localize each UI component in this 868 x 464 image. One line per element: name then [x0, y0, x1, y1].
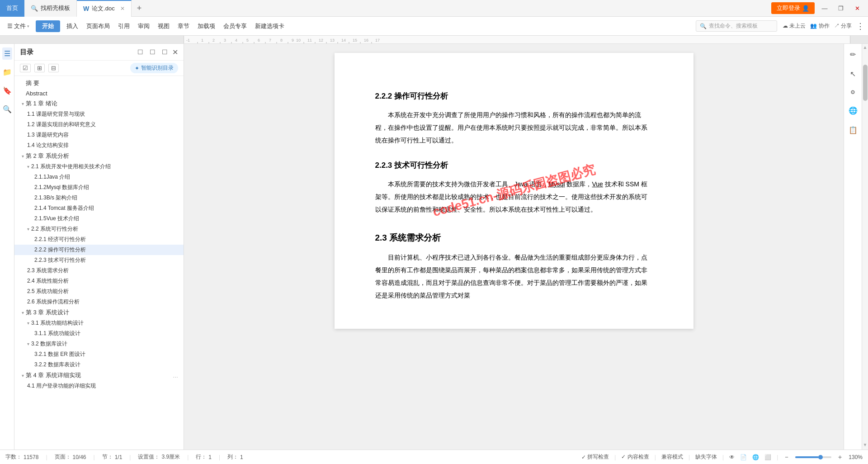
toolbar-search[interactable]: 🔍 查找命令、搜索模板	[696, 20, 777, 32]
toc-item[interactable]: ▾第 4 章 系统详细实现...	[14, 370, 184, 381]
menu-file-arrow: ▾	[27, 24, 29, 28]
toc-item[interactable]: ▾3.1 系统功能结构设计	[14, 318, 184, 328]
missing-font-label[interactable]: 缺失字体	[695, 453, 717, 461]
restore-button[interactable]: ❐	[835, 2, 847, 14]
spell-check-btn[interactable]: ✓ 拼写检查	[581, 453, 609, 461]
view-mode-icon2[interactable]: 📄	[740, 454, 747, 460]
toc-item[interactable]: ▾第 1 章 绪论	[14, 98, 184, 109]
view-mode-icon1[interactable]: 👁	[729, 454, 735, 460]
tab-template[interactable]: 🔍 找稻壳模板	[24, 0, 77, 17]
sidebar-icon-minus[interactable]: ☐	[148, 47, 157, 57]
toc-sidebar: 目录 ☐ ☐ ☐ ✕ ☑ ⊞ ⊟ ✦ 智能识别目录 ▾摘 要▾Abstract▾…	[14, 44, 184, 450]
bookmark-icon[interactable]: 🔖	[1, 85, 14, 97]
menu-chapter[interactable]: 章节	[174, 21, 193, 32]
toc-item[interactable]: 4.1 用户登录功能的详细实现	[14, 381, 184, 391]
view-mode-icon4[interactable]: ⬜	[764, 454, 771, 460]
menu-file[interactable]: ☰ 文件 ▾	[4, 21, 33, 32]
sidebar-title: 目录	[20, 48, 33, 57]
tab-doc[interactable]: W 论文.doc ✕	[77, 0, 132, 17]
svg-text:15: 15	[353, 38, 357, 43]
status-bar: 字数： 11578 | 页面： 10/46 | 节： 1/1 | 设置值： 3.…	[0, 450, 868, 464]
content-check-btn[interactable]: ✓ 内容检查	[621, 453, 649, 461]
right-panel-globe-icon[interactable]: 🌐	[847, 104, 859, 117]
toc-list: ▾摘 要▾Abstract▾第 1 章 绪论1.1 课题研究背景与现状1.2 课…	[14, 76, 184, 450]
toc-item[interactable]: 1.3 课题研究内容	[14, 130, 184, 140]
text-vue: Vue	[592, 180, 603, 188]
right-panel-doc-icon[interactable]: 📋	[847, 124, 859, 136]
zoom-slider[interactable]	[795, 456, 831, 458]
toc-item-label: 2.2 系统可行性分析	[31, 225, 78, 233]
toc-item[interactable]: 2.1.1Java 介绍	[14, 172, 184, 182]
sidebar-icon-plus[interactable]: ☐	[136, 47, 145, 57]
scrollbar-down-btn[interactable]: ▼	[863, 442, 868, 449]
sidebar-expand-btn[interactable]: ⊞	[34, 64, 45, 72]
main-layout: ☰ 📁 🔖 🔍 目录 ☐ ☐ ☐ ✕ ☑ ⊞ ⊟ ✦ 智能识别目录	[0, 44, 868, 450]
toc-item[interactable]: ▾摘 要	[14, 78, 184, 89]
start-button[interactable]: 开始	[36, 20, 60, 32]
scrollbar-up-btn[interactable]: ▲	[863, 45, 868, 51]
menu-insert[interactable]: 插入	[63, 21, 82, 32]
menu-addons[interactable]: 加载项	[194, 21, 219, 32]
toc-icon[interactable]: ☰	[2, 47, 12, 60]
toc-item[interactable]: 2.1.3B/s 架构介绍	[14, 193, 184, 203]
toc-item[interactable]: ▾2.2 系统可行性分析	[14, 224, 184, 234]
toc-item[interactable]: 1.2 课题实现目的和研究意义	[14, 119, 184, 130]
zoom-out-btn[interactable]: －	[783, 453, 790, 461]
view-mode-icon3[interactable]: 🌐	[752, 454, 759, 460]
close-button[interactable]: ✕	[851, 2, 863, 14]
toc-item[interactable]: 2.2.2 操作可行性分析	[14, 245, 184, 255]
share-btn[interactable]: ↗ 分享	[834, 22, 852, 30]
toc-dots[interactable]: ...	[173, 372, 178, 379]
register-button[interactable]: 立即登录 👤	[771, 2, 815, 14]
toc-item[interactable]: ▾Abstract	[14, 89, 184, 98]
toc-item[interactable]: 1.4 论文结构安排	[14, 140, 184, 151]
tab-new-btn[interactable]: +	[132, 4, 147, 13]
toc-item[interactable]: 2.6 系统操作流程分析	[14, 297, 184, 307]
toc-item[interactable]: ▾第 2 章 系统分析	[14, 151, 184, 161]
toc-item[interactable]: 2.1.2Mysql 数据库介绍	[14, 182, 184, 193]
zoom-in-btn[interactable]: ＋	[837, 453, 843, 461]
toc-item[interactable]: 3.1.1 系统功能设计	[14, 328, 184, 339]
toc-item[interactable]: 2.5 系统功能分析	[14, 286, 184, 297]
search-nav-icon[interactable]: 🔍	[1, 103, 14, 115]
sidebar-fold-btn[interactable]: ☑	[20, 64, 31, 72]
cloud-btn[interactable]: ☁ 未上云	[783, 22, 806, 30]
tab-close-icon[interactable]: ✕	[120, 5, 125, 12]
right-scrollbar[interactable]: ▲ ▼	[862, 44, 868, 450]
menu-member[interactable]: 会员专享	[220, 21, 250, 32]
more-menu-icon[interactable]: ⋮	[856, 21, 864, 31]
sidebar-toolbar: ☑ ⊞ ⊟ ✦ 智能识别目录	[14, 61, 184, 76]
toc-item[interactable]: 2.4 系统性能分析	[14, 276, 184, 286]
document-area[interactable]: code51.cn-源码乐园盗图必究 2.2.2 操作可行性分析 本系统在开发中…	[184, 44, 844, 450]
menu-ref[interactable]: 引用	[114, 21, 133, 32]
collab-btn[interactable]: 👥 协作	[810, 22, 829, 30]
toc-item[interactable]: ▾3.2 数据库设计	[14, 339, 184, 349]
right-panel-tool1-icon[interactable]: ⚙	[849, 87, 857, 97]
scrollbar-thumb[interactable]	[863, 65, 868, 101]
toc-item[interactable]: 3.2.1 数据 ER 图设计	[14, 349, 184, 360]
toc-item[interactable]: ▾第 3 章 系统设计	[14, 307, 184, 318]
menu-newtab[interactable]: 新建选项卡	[251, 21, 288, 32]
toc-item[interactable]: 2.2.1 经济可行性分析	[14, 234, 184, 245]
right-panel-cursor-icon[interactable]: ↖	[848, 68, 858, 80]
menu-view[interactable]: 视图	[154, 21, 173, 32]
tab-home[interactable]: 首页	[0, 0, 24, 17]
sidebar-close-btn[interactable]: ✕	[172, 48, 178, 57]
sidebar-icon-list[interactable]: ☐	[160, 47, 170, 57]
menu-layout[interactable]: 页面布局	[83, 21, 113, 32]
toc-item[interactable]: 3.2.2 数据库表设计	[14, 360, 184, 370]
files-icon[interactable]: 📁	[1, 66, 14, 78]
sidebar-list-btn[interactable]: ⊟	[48, 64, 59, 72]
menu-review[interactable]: 审阅	[134, 21, 153, 32]
smart-toc-button[interactable]: ✦ 智能识别目录	[130, 63, 178, 73]
toc-item[interactable]: ▾2.1 系统开发中使用相关技术介绍	[14, 161, 184, 172]
minimize-button[interactable]: —	[818, 2, 831, 14]
toc-item[interactable]: 2.1.5Vue 技术介绍	[14, 213, 184, 224]
toc-item[interactable]: 1.1 课题研究背景与现状	[14, 109, 184, 119]
toc-item[interactable]: 2.2.3 技术可行性分析	[14, 255, 184, 265]
toc-item-label: 3.2.2 数据库表设计	[34, 361, 80, 369]
toc-item[interactable]: 2.3 系统需求分析	[14, 265, 184, 276]
sidebar-toolbar-left: ☑ ⊞ ⊟	[20, 64, 59, 72]
toc-item[interactable]: 2.1.4 Tomcat 服务器介绍	[14, 203, 184, 213]
right-panel-edit-icon[interactable]: ✏	[848, 48, 858, 61]
